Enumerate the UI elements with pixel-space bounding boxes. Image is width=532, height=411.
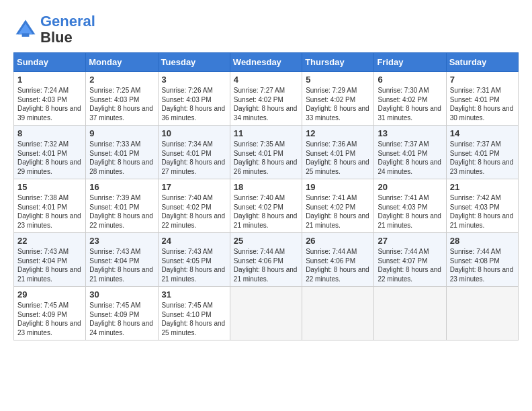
day-info: Sunrise: 7:38 AMSunset: 4:01 PMDaylight:…	[17, 193, 82, 230]
calendar-week-2: 8Sunrise: 7:32 AMSunset: 4:01 PMDaylight…	[14, 126, 519, 179]
calendar-cell: 4Sunrise: 7:27 AMSunset: 4:02 PMDaylight…	[230, 72, 302, 126]
header-thursday: Thursday	[302, 53, 374, 72]
calendar-cell: 26Sunrise: 7:44 AMSunset: 4:06 PMDayligh…	[302, 233, 374, 287]
day-info: Sunrise: 7:25 AMSunset: 4:03 PMDaylight:…	[89, 86, 154, 122]
calendar-cell: 21Sunrise: 7:42 AMSunset: 4:03 PMDayligh…	[446, 179, 518, 233]
calendar-cell: 17Sunrise: 7:40 AMSunset: 4:02 PMDayligh…	[158, 179, 230, 233]
header-wednesday: Wednesday	[230, 53, 302, 72]
day-number: 19	[306, 182, 370, 192]
day-number: 11	[234, 128, 298, 138]
day-info: Sunrise: 7:37 AMSunset: 4:01 PMDaylight:…	[450, 140, 515, 176]
calendar-cell: 13Sunrise: 7:37 AMSunset: 4:01 PMDayligh…	[374, 126, 446, 179]
day-info: Sunrise: 7:41 AMSunset: 4:02 PMDaylight:…	[306, 193, 370, 230]
day-info: Sunrise: 7:43 AMSunset: 4:05 PMDaylight:…	[162, 247, 226, 283]
calendar-header-row: SundayMondayTuesdayWednesdayThursdayFrid…	[14, 53, 519, 72]
calendar-cell: 23Sunrise: 7:43 AMSunset: 4:04 PMDayligh…	[86, 233, 158, 287]
calendar-table: SundayMondayTuesdayWednesdayThursdayFrid…	[13, 52, 519, 340]
calendar-cell: 19Sunrise: 7:41 AMSunset: 4:02 PMDayligh…	[302, 179, 374, 233]
logo-text: General Blue	[40, 13, 95, 46]
day-info: Sunrise: 7:43 AMSunset: 4:04 PMDaylight:…	[17, 247, 82, 283]
day-info: Sunrise: 7:36 AMSunset: 4:01 PMDaylight:…	[306, 140, 370, 176]
calendar-cell: 14Sunrise: 7:37 AMSunset: 4:01 PMDayligh…	[446, 126, 518, 179]
day-number: 13	[378, 128, 442, 138]
day-info: Sunrise: 7:44 AMSunset: 4:08 PMDaylight:…	[450, 247, 515, 283]
day-info: Sunrise: 7:44 AMSunset: 4:07 PMDaylight:…	[378, 247, 442, 283]
calendar-cell: 25Sunrise: 7:44 AMSunset: 4:06 PMDayligh…	[230, 233, 302, 287]
calendar-cell: 27Sunrise: 7:44 AMSunset: 4:07 PMDayligh…	[374, 233, 446, 287]
day-info: Sunrise: 7:44 AMSunset: 4:06 PMDaylight:…	[234, 247, 298, 283]
calendar-cell: 20Sunrise: 7:41 AMSunset: 4:03 PMDayligh…	[374, 179, 446, 233]
day-info: Sunrise: 7:45 AMSunset: 4:09 PMDaylight:…	[89, 301, 154, 337]
calendar-cell: 31Sunrise: 7:45 AMSunset: 4:10 PMDayligh…	[158, 287, 230, 340]
day-number: 8	[17, 128, 82, 138]
day-info: Sunrise: 7:29 AMSunset: 4:02 PMDaylight:…	[306, 86, 370, 122]
logo: General Blue	[13, 13, 95, 46]
day-info: Sunrise: 7:44 AMSunset: 4:06 PMDaylight:…	[306, 247, 370, 283]
day-info: Sunrise: 7:41 AMSunset: 4:03 PMDaylight:…	[378, 193, 442, 230]
day-info: Sunrise: 7:43 AMSunset: 4:04 PMDaylight:…	[89, 247, 154, 283]
day-info: Sunrise: 7:30 AMSunset: 4:02 PMDaylight:…	[378, 86, 442, 122]
day-info: Sunrise: 7:45 AMSunset: 4:09 PMDaylight:…	[17, 301, 82, 337]
calendar-cell: 16Sunrise: 7:39 AMSunset: 4:01 PMDayligh…	[86, 179, 158, 233]
calendar-cell: 9Sunrise: 7:33 AMSunset: 4:01 PMDaylight…	[86, 126, 158, 179]
day-info: Sunrise: 7:40 AMSunset: 4:02 PMDaylight:…	[234, 193, 298, 230]
calendar-cell: 29Sunrise: 7:45 AMSunset: 4:09 PMDayligh…	[14, 287, 86, 340]
calendar-cell: 28Sunrise: 7:44 AMSunset: 4:08 PMDayligh…	[446, 233, 518, 287]
day-info: Sunrise: 7:34 AMSunset: 4:01 PMDaylight:…	[162, 140, 226, 176]
calendar-cell: 2Sunrise: 7:25 AMSunset: 4:03 PMDaylight…	[86, 72, 158, 126]
calendar-cell: 18Sunrise: 7:40 AMSunset: 4:02 PMDayligh…	[230, 179, 302, 233]
calendar-cell: 5Sunrise: 7:29 AMSunset: 4:02 PMDaylight…	[302, 72, 374, 126]
calendar-week-1: 1Sunrise: 7:24 AMSunset: 4:03 PMDaylight…	[14, 72, 519, 126]
logo-icon	[13, 17, 38, 42]
calendar-cell: 24Sunrise: 7:43 AMSunset: 4:05 PMDayligh…	[158, 233, 230, 287]
day-number: 12	[306, 128, 370, 138]
day-info: Sunrise: 7:37 AMSunset: 4:01 PMDaylight:…	[378, 140, 442, 176]
calendar-week-5: 29Sunrise: 7:45 AMSunset: 4:09 PMDayligh…	[14, 287, 519, 340]
day-info: Sunrise: 7:31 AMSunset: 4:01 PMDaylight:…	[450, 86, 515, 122]
calendar-cell	[302, 287, 374, 340]
day-info: Sunrise: 7:32 AMSunset: 4:01 PMDaylight:…	[17, 140, 82, 176]
calendar-week-3: 15Sunrise: 7:38 AMSunset: 4:01 PMDayligh…	[14, 179, 519, 233]
day-info: Sunrise: 7:39 AMSunset: 4:01 PMDaylight:…	[89, 193, 154, 230]
day-info: Sunrise: 7:33 AMSunset: 4:01 PMDaylight:…	[89, 140, 154, 176]
svg-rect-2	[22, 34, 30, 37]
calendar-cell: 3Sunrise: 7:26 AMSunset: 4:03 PMDaylight…	[158, 72, 230, 126]
header-tuesday: Tuesday	[158, 53, 230, 72]
calendar-cell: 10Sunrise: 7:34 AMSunset: 4:01 PMDayligh…	[158, 126, 230, 179]
calendar-cell: 7Sunrise: 7:31 AMSunset: 4:01 PMDaylight…	[446, 72, 518, 126]
day-number: 17	[162, 182, 226, 192]
calendar-cell	[446, 287, 518, 340]
day-number: 30	[89, 289, 154, 300]
day-number: 4	[234, 75, 298, 85]
day-number: 27	[378, 236, 442, 246]
day-number: 24	[162, 236, 226, 246]
day-number: 22	[17, 236, 82, 246]
day-info: Sunrise: 7:26 AMSunset: 4:03 PMDaylight:…	[162, 86, 226, 122]
day-number: 29	[17, 289, 82, 300]
day-number: 5	[306, 75, 370, 85]
page-header: General Blue	[13, 13, 519, 46]
calendar-cell: 12Sunrise: 7:36 AMSunset: 4:01 PMDayligh…	[302, 126, 374, 179]
calendar-cell	[374, 287, 446, 340]
calendar-cell: 6Sunrise: 7:30 AMSunset: 4:02 PMDaylight…	[374, 72, 446, 126]
calendar-cell: 11Sunrise: 7:35 AMSunset: 4:01 PMDayligh…	[230, 126, 302, 179]
day-info: Sunrise: 7:40 AMSunset: 4:02 PMDaylight:…	[162, 193, 226, 230]
day-number: 23	[89, 236, 154, 246]
calendar-cell: 22Sunrise: 7:43 AMSunset: 4:04 PMDayligh…	[14, 233, 86, 287]
day-number: 18	[234, 182, 298, 192]
day-number: 9	[89, 128, 154, 138]
day-info: Sunrise: 7:42 AMSunset: 4:03 PMDaylight:…	[450, 193, 515, 230]
calendar-week-4: 22Sunrise: 7:43 AMSunset: 4:04 PMDayligh…	[14, 233, 519, 287]
day-number: 1	[17, 75, 82, 85]
day-number: 14	[450, 128, 515, 138]
day-number: 25	[234, 236, 298, 246]
day-number: 6	[378, 75, 442, 85]
day-number: 3	[162, 75, 226, 85]
header-sunday: Sunday	[14, 53, 86, 72]
calendar-cell: 8Sunrise: 7:32 AMSunset: 4:01 PMDaylight…	[14, 126, 86, 179]
header-saturday: Saturday	[446, 53, 518, 72]
day-info: Sunrise: 7:27 AMSunset: 4:02 PMDaylight:…	[234, 86, 298, 122]
day-number: 2	[89, 75, 154, 85]
day-number: 28	[450, 236, 515, 246]
day-number: 21	[450, 182, 515, 192]
